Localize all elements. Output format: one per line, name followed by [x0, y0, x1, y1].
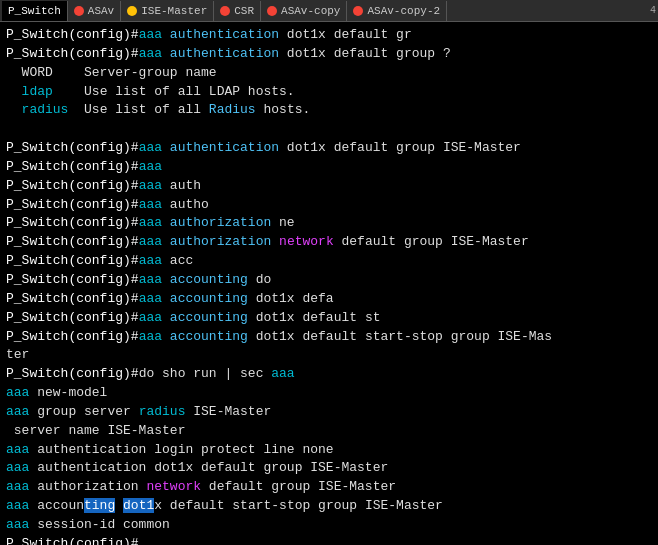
tab-asav[interactable]: ASAv — [68, 1, 121, 21]
line-7: P_Switch(config)#aaa authentication dot1… — [6, 139, 652, 158]
line-12: P_Switch(config)#aaa authorization netwo… — [6, 233, 652, 252]
line-11: P_Switch(config)#aaa authorization ne — [6, 214, 652, 233]
tab-csr-icon — [220, 6, 230, 16]
line-27: aaa session-id common — [6, 516, 652, 535]
tab-p-switch-label: P_Switch — [8, 5, 61, 17]
tab-bar: P_Switch ASAv ISE-Master CSR ASAv-copy A… — [0, 0, 658, 22]
line-14: P_Switch(config)#aaa accounting do — [6, 271, 652, 290]
tab-ise-master[interactable]: ISE-Master — [121, 1, 214, 21]
tab-asav-copy-2-icon — [353, 6, 363, 16]
line-23: aaa authentication login protect line no… — [6, 441, 652, 460]
line-25: aaa authorization network default group … — [6, 478, 652, 497]
tab-ise-master-label: ISE-Master — [141, 5, 207, 17]
line-15: P_Switch(config)#aaa accounting dot1x de… — [6, 290, 652, 309]
line-16: P_Switch(config)#aaa accounting dot1x de… — [6, 309, 652, 328]
line-28: P_Switch(config)# — [6, 535, 652, 545]
line-13: P_Switch(config)#aaa acc — [6, 252, 652, 271]
line-6 — [6, 120, 652, 139]
line-22: server name ISE-Master — [6, 422, 652, 441]
tab-asav-copy[interactable]: ASAv-copy — [261, 1, 347, 21]
line-8: P_Switch(config)#aaa — [6, 158, 652, 177]
line-9: P_Switch(config)#aaa auth — [6, 177, 652, 196]
line-26: aaa accounting dot1x default start-stop … — [6, 497, 652, 516]
tab-csr[interactable]: CSR — [214, 1, 261, 21]
tab-asav-copy-2[interactable]: ASAv-copy-2 — [347, 1, 447, 21]
terminal[interactable]: P_Switch(config)#aaa authentication dot1… — [0, 22, 658, 545]
line-20: aaa new-model — [6, 384, 652, 403]
tab-number: 4 — [646, 5, 656, 16]
tab-ise-master-icon — [127, 6, 137, 16]
line-10: P_Switch(config)#aaa autho — [6, 196, 652, 215]
tab-asav-copy-2-label: ASAv-copy-2 — [367, 5, 440, 17]
line-24: aaa authentication dot1x default group I… — [6, 459, 652, 478]
line-17: P_Switch(config)#aaa accounting dot1x de… — [6, 328, 652, 347]
line-5: radius Use list of all Radius hosts. — [6, 101, 652, 120]
tab-p-switch[interactable]: P_Switch — [2, 1, 68, 21]
line-18: ter — [6, 346, 652, 365]
line-1: P_Switch(config)#aaa authentication dot1… — [6, 26, 652, 45]
tab-asav-icon — [74, 6, 84, 16]
line-19: P_Switch(config)#do sho run | sec aaa — [6, 365, 652, 384]
tab-asav-copy-label: ASAv-copy — [281, 5, 340, 17]
tab-csr-label: CSR — [234, 5, 254, 17]
line-3: WORD Server-group name — [6, 64, 652, 83]
tab-asav-label: ASAv — [88, 5, 114, 17]
line-2: P_Switch(config)#aaa authentication dot1… — [6, 45, 652, 64]
line-4: ldap Use list of all LDAP hosts. — [6, 83, 652, 102]
tab-asav-copy-icon — [267, 6, 277, 16]
line-21: aaa group server radius ISE-Master — [6, 403, 652, 422]
